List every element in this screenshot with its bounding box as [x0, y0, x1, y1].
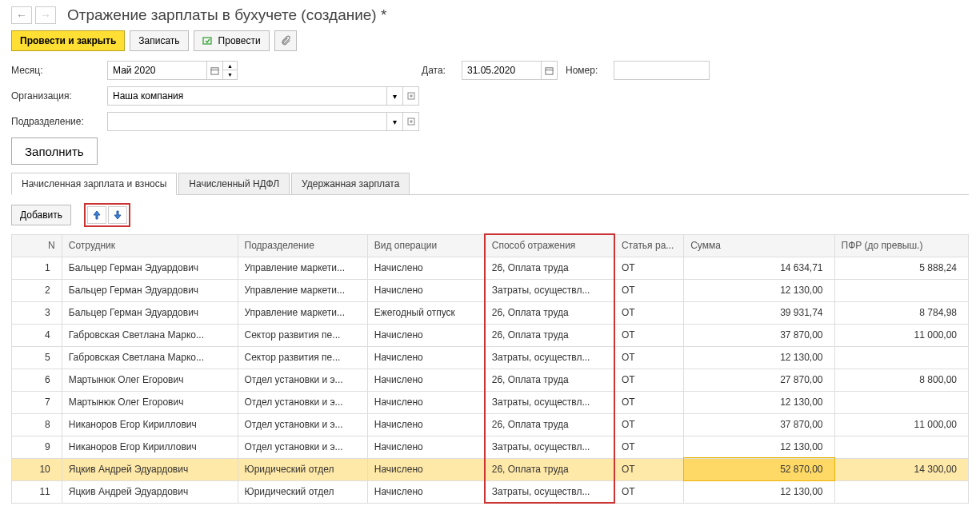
cell-operation[interactable]: Начислено [367, 369, 485, 391]
cell-operation[interactable]: Начислено [367, 480, 485, 503]
cell-article[interactable]: ОТ [614, 346, 684, 369]
back-button[interactable]: ← [11, 6, 32, 24]
cell-pfr[interactable]: 8 800,00 [834, 369, 968, 391]
tab-accrued-salary[interactable]: Начисленная зарплата и взносы [11, 173, 177, 195]
step-up-icon[interactable]: ▲ [223, 61, 238, 70]
organization-input[interactable] [107, 86, 387, 106]
cell-department[interactable]: Управление маркети... [238, 257, 367, 279]
cell-method[interactable]: Затраты, осуществл... [485, 391, 614, 413]
cell-article[interactable]: ОТ [614, 458, 684, 480]
cell-employee[interactable]: Никаноров Егор Кириллович [62, 413, 238, 436]
cell-n[interactable]: 4 [12, 324, 62, 346]
cell-operation[interactable]: Ежегодный отпуск [367, 301, 485, 324]
column-method[interactable]: Способ отражения [485, 234, 614, 257]
move-down-button[interactable] [108, 206, 127, 224]
calendar-icon[interactable] [207, 61, 223, 80]
cell-article[interactable]: ОТ [614, 301, 684, 324]
cell-method[interactable]: 26, Оплата труда [485, 369, 614, 391]
table-row[interactable]: 11Яцкив Андрей ЭдуардовичЮридический отд… [12, 480, 969, 503]
cell-employee[interactable]: Яцкив Андрей Эдуардович [62, 480, 238, 503]
cell-n[interactable]: 9 [12, 436, 62, 458]
cell-employee[interactable]: Бальцер Герман Эдуардович [62, 257, 238, 279]
date-input[interactable] [462, 61, 542, 80]
cell-sum[interactable]: 37 870,00 [684, 324, 834, 346]
cell-employee[interactable]: Яцкив Андрей Эдуардович [62, 458, 238, 480]
column-n[interactable]: N [12, 234, 62, 257]
cell-employee[interactable]: Габровская Светлана Марко... [62, 324, 238, 346]
forward-button[interactable]: → [35, 6, 56, 24]
cell-department[interactable]: Отдел установки и э... [238, 413, 367, 436]
fill-button[interactable]: Заполнить [11, 137, 98, 165]
cell-method[interactable]: 26, Оплата труда [485, 324, 614, 346]
cell-employee[interactable]: Мартынюк Олег Егорович [62, 369, 238, 391]
cell-pfr[interactable] [834, 480, 968, 503]
move-up-button[interactable] [87, 206, 106, 224]
table-row[interactable]: 7Мартынюк Олег ЕгоровичОтдел установки и… [12, 391, 969, 413]
cell-sum[interactable]: 37 870,00 [684, 413, 834, 436]
cell-n[interactable]: 7 [12, 391, 62, 413]
table-row[interactable]: 6Мартынюк Олег ЕгоровичОтдел установки и… [12, 369, 969, 391]
cell-employee[interactable]: Никаноров Егор Кириллович [62, 436, 238, 458]
cell-method[interactable]: 26, Оплата труда [485, 413, 614, 436]
cell-operation[interactable]: Начислено [367, 391, 485, 413]
column-sum[interactable]: Сумма [684, 234, 834, 257]
cell-operation[interactable]: Начислено [367, 346, 485, 369]
cell-department[interactable]: Отдел установки и э... [238, 369, 367, 391]
add-row-button[interactable]: Добавить [11, 205, 71, 225]
save-button[interactable]: Записать [130, 30, 188, 51]
post-button[interactable]: Провести [194, 30, 270, 51]
column-operation[interactable]: Вид операции [367, 234, 485, 257]
cell-method[interactable]: 26, Оплата труда [485, 301, 614, 324]
column-department[interactable]: Подразделение [238, 234, 367, 257]
cell-n[interactable]: 3 [12, 301, 62, 324]
cell-article[interactable]: ОТ [614, 279, 684, 301]
post-and-close-button[interactable]: Провести и закрыть [11, 30, 125, 51]
cell-pfr[interactable] [834, 279, 968, 301]
cell-pfr[interactable]: 5 888,24 [834, 257, 968, 279]
attach-button[interactable] [274, 30, 297, 51]
cell-n[interactable]: 10 [12, 458, 62, 480]
cell-method[interactable]: Затраты, осуществл... [485, 279, 614, 301]
cell-department[interactable]: Юридический отдел [238, 458, 367, 480]
cell-article[interactable]: ОТ [614, 324, 684, 346]
cell-pfr[interactable]: 8 784,98 [834, 301, 968, 324]
cell-sum[interactable]: 12 130,00 [684, 346, 834, 369]
table-row[interactable]: 9Никаноров Егор КирилловичОтдел установк… [12, 436, 969, 458]
cell-department[interactable]: Отдел установки и э... [238, 436, 367, 458]
cell-article[interactable]: ОТ [614, 369, 684, 391]
cell-sum[interactable]: 27 870,00 [684, 369, 834, 391]
dropdown-icon[interactable]: ▾ [387, 86, 403, 106]
cell-sum[interactable]: 14 634,71 [684, 257, 834, 279]
cell-n[interactable]: 2 [12, 279, 62, 301]
cell-n[interactable]: 11 [12, 480, 62, 503]
cell-sum[interactable]: 12 130,00 [684, 480, 834, 503]
cell-pfr[interactable] [834, 391, 968, 413]
cell-employee[interactable]: Мартынюк Олег Егорович [62, 391, 238, 413]
cell-operation[interactable]: Начислено [367, 413, 485, 436]
cell-article[interactable]: ОТ [614, 480, 684, 503]
department-input[interactable] [107, 112, 387, 131]
tab-withheld-salary[interactable]: Удержанная зарплата [291, 173, 410, 194]
cell-n[interactable]: 1 [12, 257, 62, 279]
cell-employee[interactable]: Бальцер Герман Эдуардович [62, 301, 238, 324]
table-row[interactable]: 3Бальцер Герман ЭдуардовичУправление мар… [12, 301, 969, 324]
cell-operation[interactable]: Начислено [367, 324, 485, 346]
cell-department[interactable]: Управление маркети... [238, 279, 367, 301]
column-employee[interactable]: Сотрудник [62, 234, 238, 257]
cell-sum[interactable]: 52 870,00 [684, 458, 834, 480]
cell-employee[interactable]: Габровская Светлана Марко... [62, 346, 238, 369]
cell-method[interactable]: Затраты, осуществл... [485, 436, 614, 458]
cell-pfr[interactable] [834, 436, 968, 458]
month-stepper[interactable]: ▲ ▼ [223, 61, 238, 80]
cell-pfr[interactable]: 11 000,00 [834, 413, 968, 436]
cell-operation[interactable]: Начислено [367, 458, 485, 480]
cell-article[interactable]: ОТ [614, 436, 684, 458]
cell-employee[interactable]: Бальцер Герман Эдуардович [62, 279, 238, 301]
number-input[interactable] [614, 61, 710, 80]
open-button[interactable] [403, 112, 419, 131]
table-row[interactable]: 8Никаноров Егор КирилловичОтдел установк… [12, 413, 969, 436]
cell-operation[interactable]: Начислено [367, 257, 485, 279]
month-input[interactable] [107, 61, 207, 80]
cell-pfr[interactable]: 11 000,00 [834, 324, 968, 346]
cell-department[interactable]: Отдел установки и э... [238, 391, 367, 413]
